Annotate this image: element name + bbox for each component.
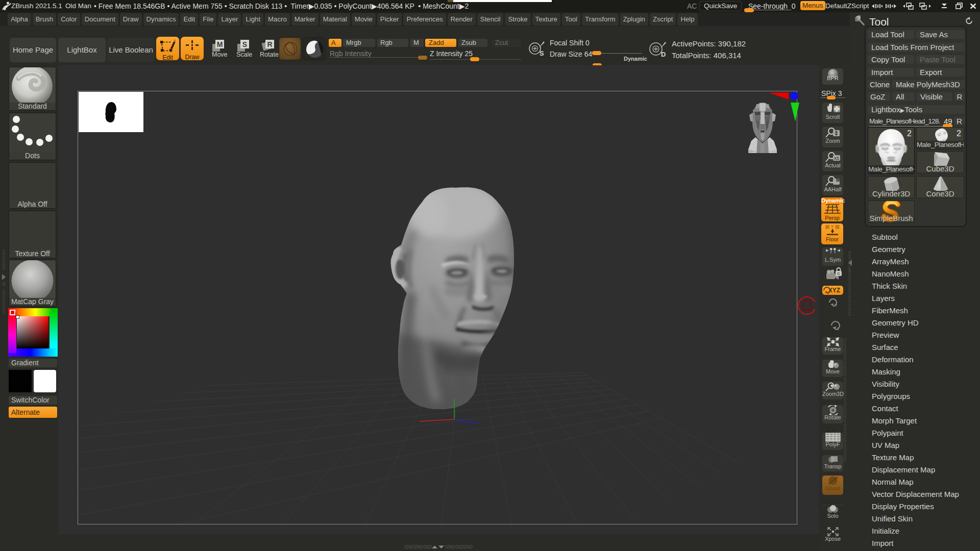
svg-text:S: S bbox=[242, 40, 247, 48]
svg-text:z: z bbox=[837, 326, 840, 331]
svg-text:S: S bbox=[540, 49, 544, 57]
svg-text:C: C bbox=[837, 271, 840, 276]
svg-text:M: M bbox=[217, 40, 223, 48]
svg-text:D: D bbox=[661, 51, 666, 58]
svg-text:R: R bbox=[267, 40, 272, 48]
svg-text:x1: x1 bbox=[834, 156, 839, 161]
svg-text:Y: Y bbox=[835, 303, 838, 307]
